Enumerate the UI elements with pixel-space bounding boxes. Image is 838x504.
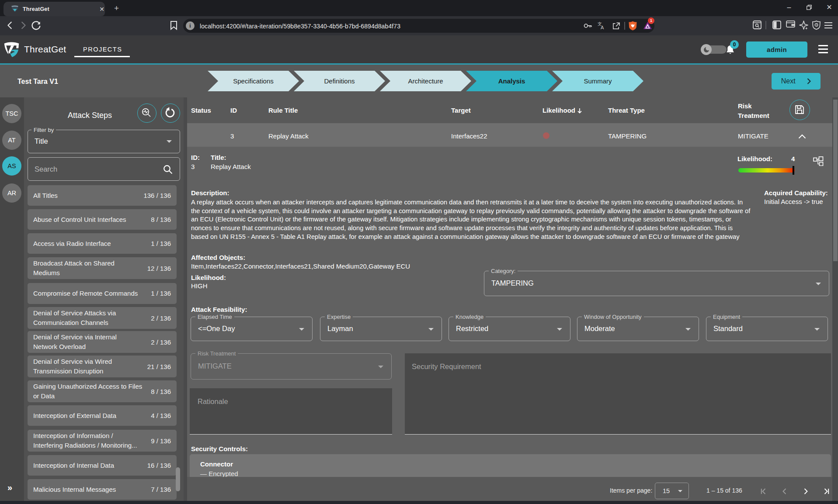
svg-text:A: A xyxy=(601,25,604,30)
